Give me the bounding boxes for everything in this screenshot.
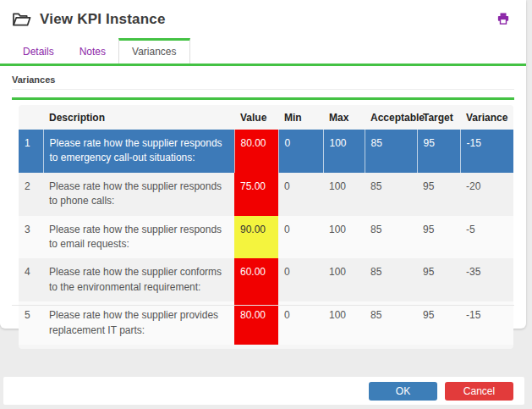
acceptable-cell: 85 — [365, 258, 417, 301]
column-header: Min — [278, 105, 323, 130]
value-cell: 90.00 — [234, 216, 278, 259]
min-cell: 0 — [278, 173, 323, 216]
variance-table-body: 1Please rate how the supplier responds t… — [19, 130, 513, 345]
acceptable-cell: 85 — [365, 216, 417, 259]
ok-button[interactable]: OK — [369, 382, 437, 401]
max-cell: 100 — [323, 216, 365, 259]
row-number: 4 — [19, 258, 43, 301]
description-cell: Please rate how the supplier responds to… — [43, 216, 234, 259]
value-cell: 60.00 — [234, 258, 278, 301]
target-cell: 95 — [417, 258, 460, 301]
max-cell: 100 — [323, 130, 365, 173]
green-rule — [12, 97, 514, 100]
table-row[interactable]: 5Please rate how the supplier provides r… — [19, 301, 513, 345]
open-folder-icon — [12, 12, 31, 28]
acceptable-cell: 85 — [365, 173, 417, 216]
column-header — [19, 105, 43, 130]
row-number: 1 — [19, 130, 43, 173]
section-title: Variances — [12, 75, 55, 85]
table-row[interactable]: 3Please rate how the supplier responds t… — [19, 216, 513, 259]
min-cell: 0 — [278, 216, 323, 259]
cancel-button[interactable]: Cancel — [445, 382, 513, 401]
panel-bottom-divider — [12, 305, 514, 306]
row-number: 2 — [19, 173, 43, 216]
column-header: Variance — [460, 105, 513, 130]
tab-bar: DetailsNotesVariances — [0, 38, 526, 66]
max-cell: 100 — [323, 301, 365, 345]
column-header: Description — [43, 105, 234, 130]
tab-details[interactable]: Details — [10, 39, 67, 64]
target-cell: 95 — [417, 130, 460, 173]
table-row[interactable]: 2Please rate how the supplier responds t… — [19, 173, 513, 216]
dialog-card: View KPI Instance DetailsNotesVariances … — [0, 0, 526, 329]
value-cell: 75.00 — [234, 173, 278, 216]
acceptable-cell: 85 — [365, 130, 417, 173]
row-number: 5 — [19, 301, 43, 345]
description-cell: Please rate how the supplier responds to… — [43, 130, 234, 173]
printer-icon[interactable] — [497, 13, 509, 27]
table-row[interactable]: 1Please rate how the supplier responds t… — [19, 130, 513, 173]
min-cell: 0 — [278, 130, 323, 173]
page-title: View KPI Instance — [40, 11, 166, 28]
min-cell: 0 — [278, 258, 323, 301]
target-cell: 95 — [417, 301, 460, 345]
column-header: Max — [323, 105, 365, 130]
target-cell: 95 — [417, 216, 460, 259]
variances-table: DescriptionValueMinMaxAcceptableTargetVa… — [19, 105, 513, 345]
description-cell: Please rate how the supplier conforms to… — [43, 258, 234, 301]
variance-cell: -35 — [460, 258, 513, 301]
value-cell: 80.00 — [234, 301, 278, 345]
variance-cell: -15 — [460, 301, 513, 345]
tab-variances[interactable]: Variances — [118, 38, 189, 64]
description-cell: Please rate how the supplier provides re… — [43, 301, 234, 345]
row-number: 3 — [19, 216, 43, 259]
section-divider — [12, 89, 514, 90]
value-cell: 80.00 — [234, 130, 278, 173]
column-header: Acceptable — [365, 105, 417, 130]
variances-panel: DescriptionValueMinMaxAcceptableTargetVa… — [19, 105, 513, 349]
table-header-row: DescriptionValueMinMaxAcceptableTargetVa… — [19, 105, 513, 130]
footer-bar: OK Cancel — [3, 377, 524, 405]
max-cell: 100 — [323, 173, 365, 216]
variance-cell: -5 — [460, 216, 513, 259]
table-row[interactable]: 4Please rate how the supplier conforms t… — [19, 258, 513, 301]
column-header: Target — [417, 105, 460, 130]
acceptable-cell: 85 — [365, 301, 417, 345]
max-cell: 100 — [323, 258, 365, 301]
variance-cell: -20 — [460, 173, 513, 216]
column-header: Value — [234, 105, 278, 130]
target-cell: 95 — [417, 173, 460, 216]
tab-notes[interactable]: Notes — [67, 39, 118, 64]
variance-cell: -15 — [460, 130, 513, 173]
dialog-header: View KPI Instance — [0, 0, 526, 31]
description-cell: Please rate how the supplier responds to… — [43, 173, 234, 216]
min-cell: 0 — [278, 301, 323, 345]
